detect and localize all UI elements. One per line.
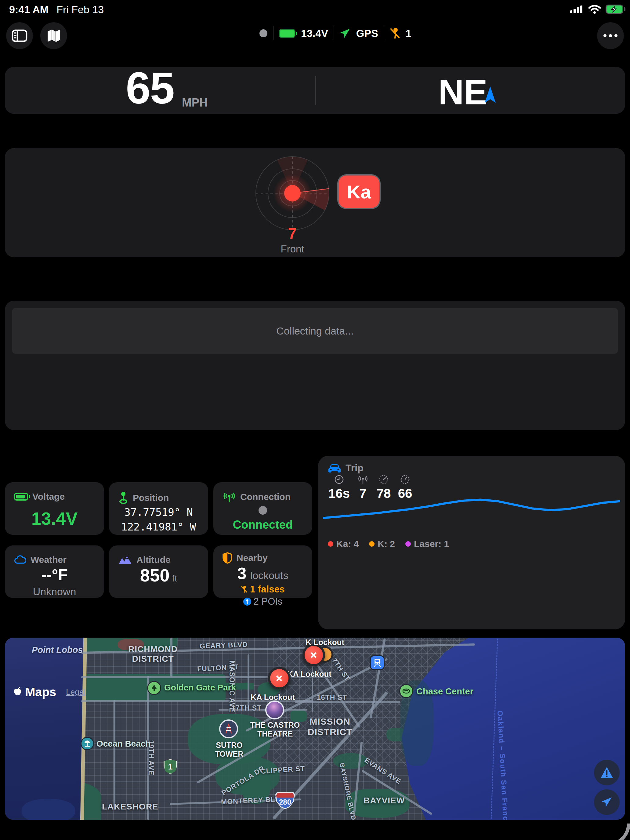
antenna-icon — [357, 475, 368, 485]
tree-icon — [151, 684, 158, 692]
tower-icon — [225, 724, 232, 734]
weather-cloud-icon — [14, 555, 26, 564]
nearby-lockout-label: lockouts — [250, 570, 289, 581]
status-bar-right — [570, 4, 623, 14]
stadium-icon — [402, 688, 410, 694]
altitude-label: Altitude — [136, 554, 171, 565]
position-tile: Position 37.77519° N 122.41981° W — [109, 482, 208, 535]
falses-pin-icon — [241, 585, 248, 594]
pois-icon — [243, 598, 251, 606]
speed-value: 65 — [126, 63, 174, 114]
trip-card: Trip 16s 7 — [318, 456, 625, 629]
radar-signal-strength: 7 — [277, 225, 308, 243]
k-lockout-label: K Lockout — [306, 638, 344, 647]
position-pin-icon — [118, 491, 128, 504]
cellular-signal-icon — [570, 4, 584, 14]
trip-title: Trip — [346, 463, 363, 474]
radar-panel: 7 Front Ka — [5, 148, 625, 257]
alert-table-panel: Collecting data... — [5, 301, 625, 430]
map-district-richmond: RICHMOND DISTRICT — [121, 644, 185, 664]
device-status-cluster: 13.4V GPS 1 — [259, 26, 411, 41]
gauge-icon — [400, 475, 410, 485]
chase-center-poi-icon[interactable] — [399, 684, 413, 698]
map-icon — [47, 29, 61, 43]
nearby-lockout-count: 3 — [237, 564, 246, 583]
ellipsis-icon — [603, 33, 618, 38]
map-view-button[interactable] — [40, 22, 67, 49]
connection-status-dot — [259, 506, 267, 515]
k-lockout-marker[interactable]: + — [303, 644, 325, 666]
trip-speed-chart — [323, 492, 620, 522]
sutro-tower-poi-icon[interactable] — [219, 720, 238, 738]
map-poi-golden-gate-park-label: Golden Gate Park — [164, 683, 236, 693]
ocean-beach-poi-icon[interactable] — [81, 737, 94, 750]
map-poi-point-lobos: Point Lobos — [32, 645, 83, 655]
golden-gate-park-poi-icon[interactable] — [147, 681, 161, 695]
radar-direction: Front — [277, 243, 308, 255]
connection-tile: Connection Connected — [213, 482, 312, 535]
legal-link[interactable]: Legal — [66, 687, 85, 697]
nearby-shield-icon — [223, 552, 232, 564]
map-poi-sutro-label: SUTRO TOWER — [202, 741, 257, 758]
connection-status: Connected — [233, 518, 293, 531]
map-street-16th: 16TH ST — [317, 693, 347, 702]
maps-brand: Maps — [25, 685, 56, 699]
muted-alert-pin-icon — [390, 27, 400, 39]
map-poi-ocean-beach-label: Ocean Beach — [96, 739, 150, 749]
position-label: Position — [133, 493, 169, 503]
more-options-button[interactable] — [597, 22, 624, 49]
map-poi-castro-label: THE CASTRO THEATRE — [246, 721, 304, 738]
map-road-sunset — [114, 700, 115, 810]
toolbar-muted-count: 1 — [406, 27, 411, 39]
map-district-lakeshore: LAKESHORE — [102, 802, 158, 812]
divider — [334, 26, 334, 40]
legend-label: Laser: 1 — [414, 539, 449, 549]
map-district-bayview: BAYVIEW — [363, 796, 405, 805]
legend-item-ka: Ka: 4 — [328, 539, 358, 549]
map-road-masonic — [248, 654, 249, 708]
battery-icon — [606, 5, 623, 14]
connection-label: Connection — [240, 492, 291, 502]
altitude-value: 850 — [140, 565, 170, 586]
apple-logo-icon — [13, 687, 22, 698]
ka-lockout-label-1: KA Lockout — [287, 669, 332, 679]
route-1-number: 1 — [168, 762, 172, 772]
connection-antenna-icon — [223, 491, 236, 502]
weather-tile: Weather --°F Unknown — [5, 545, 104, 598]
trip-car-icon — [328, 463, 341, 474]
alert-table-message: Collecting data... — [276, 325, 354, 337]
warning-triangle-icon — [600, 766, 614, 778]
voltage-value: 13.4V — [32, 508, 78, 529]
radar-scope — [251, 152, 334, 235]
voltage-icon — [14, 493, 28, 501]
map-ocean — [5, 638, 83, 820]
band-badge: Ka — [338, 175, 379, 208]
status-time: 9:41 AM — [9, 4, 49, 16]
report-hazard-button[interactable] — [594, 760, 620, 785]
wifi-icon — [588, 4, 601, 14]
map-district-mission: MISSION DISTRICT — [296, 716, 363, 737]
beach-umbrella-icon — [84, 740, 91, 747]
transit-station-icon[interactable] — [370, 655, 385, 670]
map-poi-chase-label: Chase Center — [416, 687, 474, 696]
nearby-pois: 2 POIs — [254, 596, 283, 607]
speed-unit: MPH — [182, 96, 208, 109]
x-icon: + — [272, 671, 287, 685]
status-date: Fri Feb 13 — [57, 4, 104, 16]
ka-lockout-marker[interactable]: + — [268, 667, 291, 690]
altitude-mountains-icon — [118, 555, 132, 565]
nearby-label: Nearby — [237, 553, 268, 563]
position-longitude: 122.41981° W — [121, 521, 196, 533]
altitude-tile: Altitude 850 ft — [109, 545, 208, 598]
map-street-17th: 17TH ST — [231, 704, 262, 712]
castro-theatre-poi-icon[interactable] — [265, 701, 284, 720]
sidebar-toggle-button[interactable] — [6, 22, 33, 49]
weather-label: Weather — [30, 554, 66, 565]
map-street-geary: GEARY BLVD — [200, 640, 248, 650]
weather-temperature: --°F — [41, 565, 68, 584]
nearby-falses: 1 falses — [250, 584, 285, 595]
sidebar-icon — [12, 29, 27, 42]
legend-label: K: 2 — [377, 539, 395, 549]
map[interactable]: Oakland – South San Francisco Ferry RICH… — [5, 638, 625, 820]
heading-arrow-icon — [483, 86, 497, 105]
